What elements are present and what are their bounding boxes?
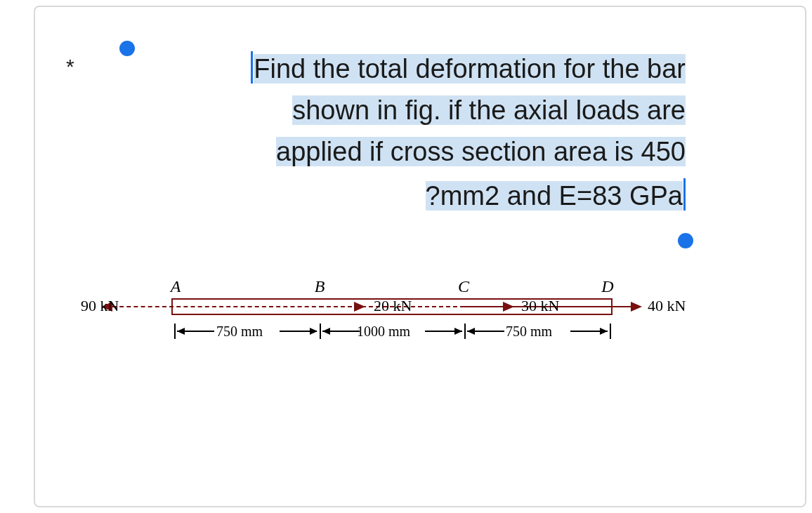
dim-label-cd: 750 mm <box>506 324 552 340</box>
text-cursor-end <box>683 178 686 211</box>
dim-tick-c <box>464 324 466 339</box>
force-arrow-bc-icon <box>354 302 365 312</box>
dim-line-cd-left <box>467 331 504 332</box>
point-label-a: A <box>171 277 181 296</box>
beam-diagram: A B C D 90 kN 20 kN 30 kN 40 kN 750 mm 1… <box>84 277 702 375</box>
question-line-4b: mm2 and E=83 GPa <box>440 181 683 211</box>
selection-handle-end[interactable] <box>678 233 693 248</box>
question-line-3: applied if cross section area is 450 <box>276 137 686 166</box>
question-line-1: Find the total deformation for the bar <box>254 54 686 84</box>
dim-tick-a <box>174 324 176 339</box>
question-line-4a: ? <box>426 181 440 211</box>
text-cursor-start <box>251 51 253 84</box>
point-label-d: D <box>601 277 613 296</box>
dim-arrow-ab-right-icon <box>310 328 317 335</box>
force-arrow-cd-icon <box>503 302 514 312</box>
question-line-2: shown in fig. if the axial loads are <box>292 95 686 125</box>
point-label-c: C <box>458 277 469 296</box>
force-label-bc: 20 kN <box>374 297 412 315</box>
required-asterisk: * <box>66 55 74 79</box>
dim-line-bc-left <box>322 331 360 332</box>
dim-tick-b <box>320 324 321 339</box>
dim-label-bc: 1000 mm <box>357 324 410 340</box>
dim-arrow-cd-right-icon <box>600 328 608 335</box>
question-text: Find the total deformation for the bar s… <box>124 46 686 217</box>
force-arrow-right-icon <box>631 302 642 312</box>
dim-label-ab: 750 mm <box>216 324 263 340</box>
dim-line-ab-left <box>177 331 214 332</box>
axis-segment-ab <box>112 306 323 307</box>
force-label-left: 90 kN <box>81 297 119 315</box>
dim-arrow-bc-right-icon <box>454 328 462 335</box>
force-label-right: 40 kN <box>648 297 686 315</box>
point-label-b: B <box>315 277 325 296</box>
force-label-cd: 30 kN <box>521 297 559 315</box>
dim-tick-d <box>610 324 611 339</box>
